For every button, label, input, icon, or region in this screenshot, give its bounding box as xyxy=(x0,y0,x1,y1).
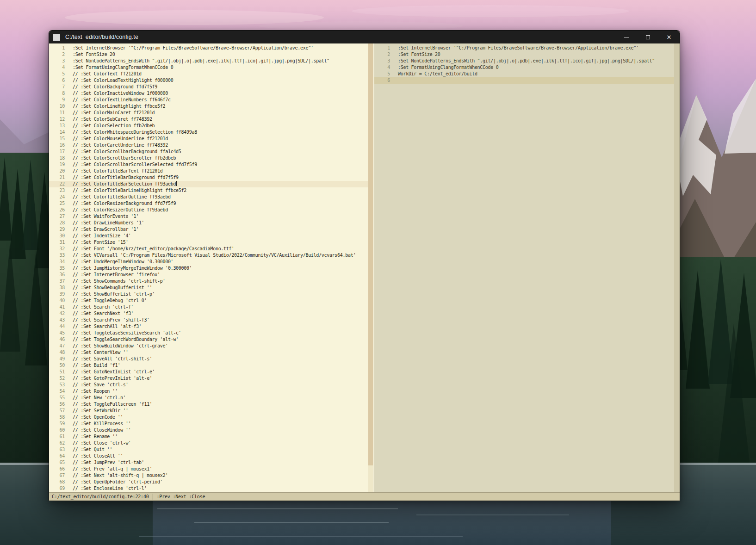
code-line[interactable]: 67// :Set Next 'alt-shift-q | mousex2' xyxy=(49,472,368,479)
code-line[interactable]: 50// :Set Build 'f1' xyxy=(49,362,368,369)
code-line[interactable]: 5// :Set ColorText ff21201d xyxy=(49,71,368,77)
code-line[interactable]: 4:Set FormatUsingClangFormatWhenCCode 0 xyxy=(49,64,368,71)
title-bar[interactable]: C:/text_editor/build/config.te ✕ xyxy=(49,31,680,43)
code-line[interactable]: 38// :Set ShowDebugBufferList '' xyxy=(49,285,368,291)
code-line[interactable]: 19// :Set ColorScrollbarScrollerSelected… xyxy=(49,161,368,168)
code-line[interactable]: 21// :Set ColorTitleBarBackground ffd7f5… xyxy=(49,174,368,181)
code-line[interactable]: 45// :Set ToggleCaseSensitiveSearch 'alt… xyxy=(49,330,368,336)
code-line[interactable]: 30// :Set IndentSize '4' xyxy=(49,233,368,239)
maximize-button[interactable] xyxy=(637,31,658,43)
code-line[interactable]: 3:Set NonCodePatterns_EndsWith ".git/|.o… xyxy=(49,58,368,64)
app-icon xyxy=(53,34,60,41)
code-line[interactable]: 51// :Set GotoNextInList 'ctrl-e' xyxy=(49,369,368,375)
line-number: 4 xyxy=(49,64,65,71)
code-line[interactable]: 6// :Set ColorLoadTextHighlight f000000 xyxy=(49,77,368,84)
line-number: 53 xyxy=(49,382,65,388)
code-line[interactable]: 14// :Set ColorWhitespaceDuringSelection… xyxy=(49,129,368,136)
minimize-button[interactable] xyxy=(616,31,637,43)
code-line[interactable]: 43// :Set SearchPrev 'shift-f3' xyxy=(49,317,368,323)
code-line[interactable]: 25// :Set ColorResizerBackground ffd7f5f… xyxy=(49,200,368,207)
code-line[interactable]: 46// :Set ToggleSearchWordBoundary 'alt-… xyxy=(49,336,368,343)
code-line[interactable]: 1:Set InternetBrowser '"C:/Program Files… xyxy=(49,45,368,51)
code-line[interactable]: 66// :Set Prev 'alt-q | mousex1' xyxy=(49,466,368,472)
code-line[interactable]: 29// :Set DrawScrollbar '1' xyxy=(49,226,368,233)
code-line[interactable]: 60// :Set CloseWindow '' xyxy=(49,427,368,434)
code-line[interactable]: 27// :Set WaitForEvents '1' xyxy=(49,213,368,220)
code-line[interactable]: 37// :Set ShowCommands 'ctrl-shift-p' xyxy=(49,278,368,285)
code-line[interactable]: 49// :Set SaveAll 'ctrl-shift-s' xyxy=(49,356,368,362)
line-number: 31 xyxy=(49,239,65,246)
line-number: 1 xyxy=(49,45,65,51)
status-bar: C:/text_editor/build/config.te:22:40 :Pr… xyxy=(49,492,680,501)
code-line[interactable]: 33// :Set VCVarsall 'C:/Program Files/Mi… xyxy=(49,252,368,259)
code-line[interactable]: 48// :Set CenterView '' xyxy=(49,349,368,356)
code-line[interactable]: 9// :Set ColorTextLineNumbers ff646f7c xyxy=(49,97,368,103)
code-line[interactable]: 3:Set NonCodePatterns_EndsWith ".git/|.o… xyxy=(374,58,674,64)
code-line[interactable]: 57// :Set SetWorkDir '' xyxy=(49,408,368,414)
code-line[interactable]: 64// :Set CloseAll '' xyxy=(49,453,368,459)
close-button[interactable]: ✕ xyxy=(658,31,680,43)
code-line[interactable]: 16// :Set ColorCaretUnderline ff748392 xyxy=(49,142,368,149)
code-line[interactable]: 65// :Set JumpPrev 'ctrl-tab' xyxy=(49,459,368,466)
code-line[interactable]: 12// :Set ColorSubCaret ff748392 xyxy=(49,116,368,123)
right-pane[interactable]: 1:Set InternetBrowser '"C:/Program Files… xyxy=(374,43,674,492)
code-line[interactable]: 2:Set FontSize 20 xyxy=(49,51,368,58)
status-commands[interactable]: :Prev :Next :Close xyxy=(157,494,205,499)
code-line[interactable]: 41// :Set Search 'ctrl-f' xyxy=(49,304,368,310)
line-number: 24 xyxy=(49,194,65,200)
code-line[interactable]: 34// :Set UndoMergeTimeWindow '0.300000' xyxy=(49,259,368,265)
code-line[interactable]: 13// :Set ColorSelection ffb2dbeb xyxy=(49,123,368,129)
code-line[interactable]: 28// :Set DrawLineNumbers '1' xyxy=(49,220,368,226)
line-text: // :Set SearchNext 'f3' xyxy=(73,310,134,317)
left-pane-scrollbar[interactable] xyxy=(368,43,373,492)
code-line[interactable]: 8// :Set ColorInactiveWindow 1f000000 xyxy=(49,90,368,97)
code-line[interactable]: 2:Set FontSize 20 xyxy=(374,51,674,58)
code-line[interactable]: 17// :Set ColorScrollbarBackground ffa1c… xyxy=(49,149,368,155)
code-line[interactable]: 7// :Set ColorBackground ffd7f5f9 xyxy=(49,84,368,90)
line-text: // :Set ColorLineHighlight ffbce5f2 xyxy=(73,103,165,110)
code-line[interactable]: 6 xyxy=(374,77,674,84)
code-line[interactable]: 59// :Set KillProcess '' xyxy=(49,421,368,427)
code-line[interactable]: 55// :Set New 'ctrl-n' xyxy=(49,395,368,401)
left-scrollbar-thumb[interactable] xyxy=(368,43,373,465)
code-line[interactable]: 22// :Set ColorTitleBarSelection ff93aeb… xyxy=(49,181,368,187)
code-line[interactable]: 39// :Set ShowBufferList 'ctrl-p' xyxy=(49,291,368,297)
code-line[interactable]: 61// :Set Rename '' xyxy=(49,434,368,440)
code-line[interactable]: 32// :Set Font '/home/krz/text_editor/pa… xyxy=(49,246,368,252)
code-line[interactable]: 40// :Set ToggleDebug 'ctrl-0' xyxy=(49,297,368,304)
line-number: 35 xyxy=(49,265,65,272)
code-line[interactable]: 11// :Set ColorMainCaret ff21201d xyxy=(49,110,368,116)
code-line[interactable]: 23// :Set ColorTitleBarLineHighlight ffb… xyxy=(49,187,368,194)
code-line[interactable]: 69// :Set EncloseLine 'ctrl-l' xyxy=(49,485,368,492)
line-number: 41 xyxy=(49,304,65,310)
code-line[interactable]: 4:Set FormatUsingClangFormatWhenCCode 0 xyxy=(374,64,674,71)
code-line[interactable]: 26// :Set ColorResizerOutline ff93aebd xyxy=(49,207,368,213)
code-line[interactable]: 42// :Set SearchNext 'f3' xyxy=(49,310,368,317)
line-number: 29 xyxy=(49,226,65,233)
code-line[interactable]: 15// :Set ColorMouseUnderline ff21201d xyxy=(49,136,368,142)
line-number: 4 xyxy=(374,64,390,71)
code-line[interactable]: 53// :Set Save 'ctrl-s' xyxy=(49,382,368,388)
code-line[interactable]: 54// :Set Reopen '' xyxy=(49,388,368,395)
code-line[interactable]: 10// :Set ColorLineHighlight ffbce5f2 xyxy=(49,103,368,110)
code-line[interactable]: 5WorkDir = C:/text_editor/build xyxy=(374,71,674,77)
code-line[interactable]: 20// :Set ColorTitleBarText ff21201d xyxy=(49,168,368,174)
line-number: 15 xyxy=(49,136,65,142)
right-scrollbar-thumb[interactable] xyxy=(674,43,680,492)
code-line[interactable]: 1:Set InternetBrowser '"C:/Program Files… xyxy=(374,45,674,51)
code-line[interactable]: 52// :Set GotoPrevInList 'alt-e' xyxy=(49,375,368,382)
code-line[interactable]: 62// :Set Close 'ctrl-w' xyxy=(49,440,368,446)
code-line[interactable]: 44// :Set SearchAll 'alt-f3' xyxy=(49,323,368,330)
code-line[interactable]: 47// :Set ShowBuildWindow 'ctrl-grave' xyxy=(49,343,368,349)
code-line[interactable]: 58// :Set OpenCode '' xyxy=(49,414,368,421)
code-line[interactable]: 24// :Set ColorTitleBarOutline ff93aebd xyxy=(49,194,368,200)
left-pane[interactable]: 1:Set InternetBrowser '"C:/Program Files… xyxy=(49,43,368,492)
right-pane-scrollbar[interactable] xyxy=(674,43,680,492)
code-line[interactable]: 56// :Set ToggleFullscreen 'f11' xyxy=(49,401,368,408)
code-line[interactable]: 35// :Set JumpHistoryMergeTimeWindow '0.… xyxy=(49,265,368,272)
code-line[interactable]: 31// :Set FontSize '15' xyxy=(49,239,368,246)
code-line[interactable]: 36// :Set InternetBrowser 'firefox' xyxy=(49,272,368,278)
code-line[interactable]: 63// :Set Quit '' xyxy=(49,446,368,453)
code-line[interactable]: 18// :Set ColorScrollbarScroller ffb2dbe… xyxy=(49,155,368,161)
code-line[interactable]: 68// :Set OpenUpFolder 'ctrl-period' xyxy=(49,479,368,485)
